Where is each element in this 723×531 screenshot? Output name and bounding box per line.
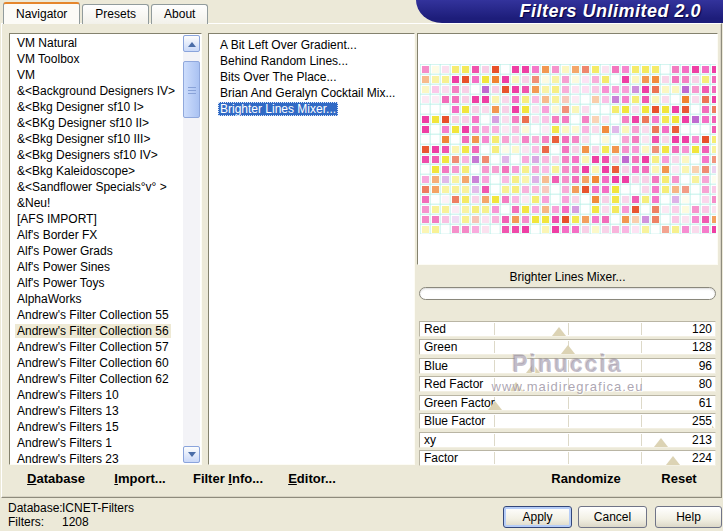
- category-item[interactable]: &Neu!: [11, 195, 183, 211]
- slider-value: 255: [689, 414, 712, 428]
- slider-red[interactable]: Red120: [419, 321, 716, 337]
- editor-button[interactable]: Editor...: [280, 468, 344, 490]
- cancel-button[interactable]: Cancel: [578, 506, 647, 528]
- slider-tick: [641, 323, 642, 335]
- slider-label: Green: [424, 340, 457, 354]
- slider-tick: [641, 341, 642, 353]
- scrollbar-thumb[interactable]: [183, 61, 200, 118]
- category-item-label: Andrew's Filter Collection 60: [15, 356, 171, 370]
- slider-tick: [494, 415, 495, 427]
- database-button[interactable]: Database: [12, 468, 100, 490]
- category-item[interactable]: &<Background Designers IV>: [11, 83, 183, 99]
- slider-tick: [641, 452, 642, 464]
- category-item[interactable]: Andrew's Filter Collection 62: [11, 371, 183, 387]
- slider-thumb[interactable]: [654, 438, 668, 447]
- filter-item[interactable]: Behind Random Lines...: [210, 53, 413, 69]
- filter-item[interactable]: Brian And Geralyn Cocktail Mix...: [210, 85, 413, 101]
- slider-tick: [641, 360, 642, 372]
- slider-tick: [494, 452, 495, 464]
- slider-red-factor[interactable]: Red Factor80: [419, 376, 716, 392]
- slider-green[interactable]: Green128: [419, 339, 716, 355]
- slider-tick: [568, 397, 569, 409]
- category-item[interactable]: Alf's Power Sines: [11, 259, 183, 275]
- category-item[interactable]: &<BKg Designer sf10 II>: [11, 115, 183, 131]
- import-button[interactable]: Import...: [106, 468, 174, 490]
- category-item[interactable]: AlphaWorks: [11, 291, 183, 307]
- randomize-button[interactable]: Randomize: [530, 468, 642, 490]
- slider-thumb[interactable]: [509, 382, 523, 391]
- slider-green-factor[interactable]: Green Factor61: [419, 395, 716, 411]
- slider-thumb[interactable]: [552, 327, 566, 336]
- help-button[interactable]: Help: [655, 506, 722, 528]
- slider-value: 80: [696, 377, 712, 391]
- category-item[interactable]: Andrew's Filters 10: [11, 387, 183, 403]
- category-scrollbar[interactable]: [183, 35, 200, 463]
- category-item[interactable]: Andrew's Filters 1: [11, 435, 183, 451]
- category-item[interactable]: &<Bkg Kaleidoscope>: [11, 163, 183, 179]
- category-item-label: Andrew's Filter Collection 55: [15, 308, 171, 322]
- tab-about[interactable]: About: [151, 4, 208, 24]
- category-item-label: Alf's Border FX: [15, 228, 99, 242]
- category-item[interactable]: Andrew's Filter Collection 55: [11, 307, 183, 323]
- slider-thumb[interactable]: [526, 364, 540, 373]
- category-item-label: Alf's Power Grads: [15, 244, 115, 258]
- scroll-down-button[interactable]: [183, 446, 200, 463]
- title-banner: Filters Unlimited 2.0: [416, 0, 723, 23]
- arrow-up-icon: [188, 38, 196, 47]
- category-item[interactable]: Andrew's Filter Collection 57: [11, 339, 183, 355]
- filters-label: Filters:: [8, 515, 62, 529]
- category-item-label: Andrew's Filter Collection 57: [15, 340, 171, 354]
- tab-navigator[interactable]: Navigator: [3, 2, 80, 24]
- reset-button[interactable]: Reset: [644, 468, 714, 490]
- category-list: VM NaturalVM ToolboxVM&<Background Desig…: [9, 33, 202, 465]
- apply-button[interactable]: Apply: [503, 506, 572, 528]
- category-item[interactable]: VM Toolbox: [11, 51, 183, 67]
- category-item-label: &<Bkg Designers sf10 IV>: [15, 148, 160, 162]
- slider-tick: [568, 378, 569, 390]
- slider-value: 120: [689, 322, 712, 336]
- slider-label: xy: [424, 433, 436, 447]
- slider-tick: [568, 360, 569, 372]
- category-item[interactable]: Andrew's Filters 15: [11, 419, 183, 435]
- category-item[interactable]: Andrew's Filters 13: [11, 403, 183, 419]
- category-item-label: &<Bkg Designer sf10 III>: [15, 132, 152, 146]
- category-item[interactable]: &<Bkg Designer sf10 III>: [11, 131, 183, 147]
- category-item-label: Andrew's Filters 10: [15, 388, 121, 402]
- category-item[interactable]: Alf's Power Toys: [11, 275, 183, 291]
- tab-bar: NavigatorPresetsAbout: [3, 2, 210, 24]
- slider-xy[interactable]: xy213: [419, 432, 716, 448]
- category-item[interactable]: &<Bkg Designers sf10 IV>: [11, 147, 183, 163]
- category-item[interactable]: Alf's Power Grads: [11, 243, 183, 259]
- slider-label: Blue: [424, 359, 448, 373]
- slider-factor[interactable]: Factor224: [419, 450, 716, 466]
- category-item-label: Andrew's Filters 23: [15, 452, 121, 463]
- category-item[interactable]: &<Sandflower Specials°v° >: [11, 179, 183, 195]
- slider-tick: [494, 434, 495, 446]
- category-item[interactable]: Andrew's Filter Collection 60: [11, 355, 183, 371]
- category-item-label: Andrew's Filters 13: [15, 404, 121, 418]
- category-item[interactable]: Andrew's Filter Collection 56: [11, 323, 183, 339]
- filter-item-label: Brian And Geralyn Cocktail Mix...: [218, 86, 397, 100]
- category-item[interactable]: VM Natural: [11, 35, 183, 51]
- category-item-label: VM Natural: [15, 36, 79, 50]
- slider-thumb[interactable]: [666, 456, 680, 465]
- filter-item[interactable]: Bits Over The Place...: [210, 69, 413, 85]
- slider-blue-factor[interactable]: Blue Factor255: [419, 413, 716, 429]
- category-item[interactable]: [AFS IMPORT]: [11, 211, 183, 227]
- filter-item[interactable]: A Bit Left Over Gradient...: [210, 37, 413, 53]
- slider-tick: [641, 434, 642, 446]
- slider-tick: [641, 415, 642, 427]
- category-item[interactable]: &<Bkg Designer sf10 I>: [11, 99, 183, 115]
- slider-thumb[interactable]: [561, 345, 575, 354]
- scroll-up-button[interactable]: [183, 35, 200, 52]
- tab-presets[interactable]: Presets: [82, 4, 149, 24]
- filter-item[interactable]: Brighter Lines Mixer...: [210, 101, 413, 117]
- category-item-label: &<Bkg Kaleidoscope>: [15, 164, 137, 178]
- category-item[interactable]: VM: [11, 67, 183, 83]
- slider-blue[interactable]: Blue96: [419, 358, 716, 374]
- category-item[interactable]: Andrew's Filters 23: [11, 451, 183, 463]
- filter-info-button[interactable]: Filter Info...: [186, 468, 270, 490]
- toolbar-label-part: Filter: [193, 471, 228, 486]
- category-item[interactable]: Alf's Border FX: [11, 227, 183, 243]
- toolbar-label-part: nfo...: [232, 471, 263, 486]
